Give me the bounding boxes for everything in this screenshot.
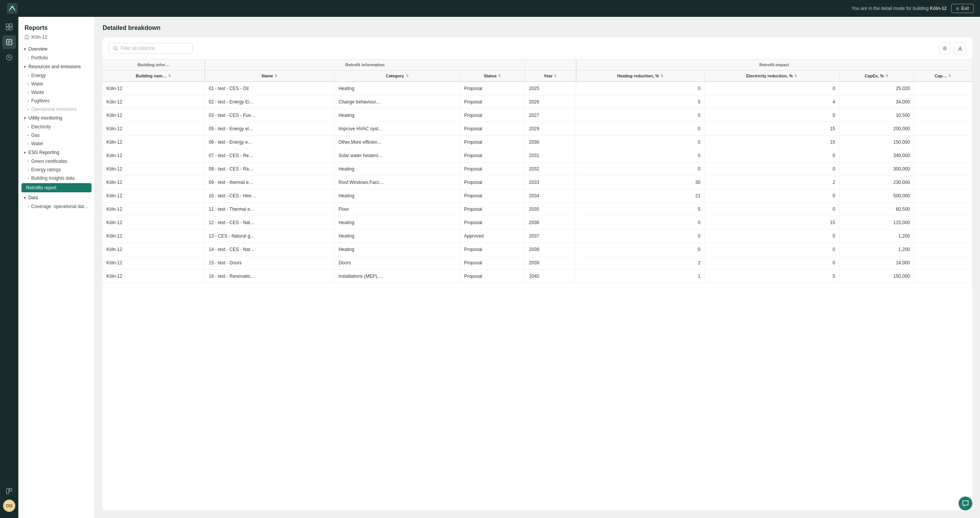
cell-name: 11 - test - Thermal e… xyxy=(205,203,335,216)
table-row[interactable]: Köln-12 02 - test - Energy Ei… Change be… xyxy=(103,95,972,109)
col-cap[interactable]: Cap… ⇅ xyxy=(914,70,972,82)
svg-point-14 xyxy=(114,46,117,50)
cell-year: 2031 xyxy=(525,149,576,162)
col-group-retrofit-info: Retrofit information xyxy=(205,59,525,70)
search-box[interactable]: Filter all columns xyxy=(109,43,193,54)
nav-section-utility[interactable]: ▼ Utility monitoring xyxy=(18,113,95,123)
retrofits-table: Building infor… Retrofit information Ret… xyxy=(103,59,972,283)
toolbar-icons xyxy=(939,42,966,54)
sidebar-icon-panel[interactable] xyxy=(2,484,16,498)
nav-item-retrofits-report[interactable]: Retrofits report xyxy=(21,183,91,192)
sort-icon: ⇅ xyxy=(794,74,797,78)
settings-icon-button[interactable] xyxy=(939,42,951,54)
table-row[interactable]: Köln-12 09 - test - thermal e… Roof,Wind… xyxy=(103,176,972,189)
table-row[interactable]: Köln-12 01 - test - CES - Oil Heating Pr… xyxy=(103,82,972,95)
nav-item-coverage[interactable]: Coverage: operational dat… xyxy=(18,202,95,211)
nav-item-waste[interactable]: Waste xyxy=(18,88,95,97)
nav-section-esg[interactable]: ▼ ESG Reporting xyxy=(18,148,95,157)
nav-section-resources[interactable]: ▼ Resources and emissions xyxy=(18,62,95,71)
table-row[interactable]: Köln-12 15 - test - Doors Doors Proposal… xyxy=(103,256,972,270)
svg-point-16 xyxy=(944,48,946,49)
cell-building: Köln-12 xyxy=(103,203,205,216)
table-row[interactable]: Köln-12 11 - test - Thermal e… Floor Pro… xyxy=(103,203,972,216)
table-row[interactable]: Köln-12 06 - test - Energy e… Other,More… xyxy=(103,136,972,149)
nav-item-green-certificates[interactable]: Green certificates xyxy=(18,157,95,166)
sidebar-icon-dashboard[interactable] xyxy=(2,51,16,64)
cell-heating: 0 xyxy=(576,122,704,136)
table-row[interactable]: Köln-12 03 - test - CES - Fue… Heating P… xyxy=(103,109,972,122)
col-capex[interactable]: CapEx, % ⇅ xyxy=(839,70,914,82)
cell-year: 2037 xyxy=(525,229,576,243)
exit-button[interactable]: ⎋ Exit xyxy=(951,4,974,13)
nav-section-data[interactable]: ▼ Data xyxy=(18,193,95,202)
col-building-name[interactable]: Building nam… ⇅ xyxy=(103,70,205,82)
cell-cap xyxy=(914,229,972,243)
table-row[interactable]: Köln-12 05 - test - Energy el… Improve H… xyxy=(103,122,972,136)
download-icon-button[interactable] xyxy=(954,42,966,54)
cell-name: 02 - test - Energy Ei… xyxy=(205,95,335,109)
cell-cap xyxy=(914,270,972,283)
nav-section-overview[interactable]: ▼ Overview xyxy=(18,44,95,54)
col-status[interactable]: Status ⇅ xyxy=(460,70,525,82)
cell-name: 15 - test - Doors xyxy=(205,256,335,270)
cell-building: Köln-12 xyxy=(103,176,205,189)
cell-cap xyxy=(914,149,972,162)
cell-cap xyxy=(914,256,972,270)
table-row[interactable]: Köln-12 12 - test - CES - Nat… Heating P… xyxy=(103,216,972,229)
cell-cap xyxy=(914,95,972,109)
sidebar-icon-reports[interactable] xyxy=(2,35,16,49)
table-row[interactable]: Köln-12 10 - test - CES - Hee… Heating P… xyxy=(103,189,972,203)
nav-item-water-utility[interactable]: Water xyxy=(18,139,95,148)
cell-electricity: 0 xyxy=(704,149,839,162)
table-row[interactable]: Köln-12 16 - test - Renovatio… Installat… xyxy=(103,270,972,283)
nav-item-water[interactable]: Water xyxy=(18,80,95,88)
nav-item-portfolio[interactable]: Portfolio xyxy=(18,54,95,62)
cell-status: Proposal xyxy=(460,216,525,229)
icon-sidebar: OO xyxy=(0,17,18,518)
nav-item-fugitives[interactable]: Fugitives xyxy=(18,97,95,105)
user-avatar[interactable]: OO xyxy=(3,500,15,512)
cell-capex: 230,000 xyxy=(839,176,914,189)
cell-name: 13 - CES - Natural g… xyxy=(205,229,335,243)
nav-item-energy-ratings[interactable]: Energy ratings xyxy=(18,166,95,174)
cell-electricity: 0 xyxy=(704,109,839,122)
cell-heating: 0 xyxy=(576,109,704,122)
cell-category: Floor xyxy=(335,203,460,216)
cell-building: Köln-12 xyxy=(103,149,205,162)
table-row[interactable]: Köln-12 13 - CES - Natural g… Heating Ap… xyxy=(103,229,972,243)
table-row[interactable]: Köln-12 08 - test - CES - Ra… Heating Pr… xyxy=(103,162,972,176)
col-heating[interactable]: Heating reduction, % ⇅ xyxy=(576,70,704,82)
col-year[interactable]: Year ⇅ xyxy=(525,70,576,82)
col-category[interactable]: Category ⇅ xyxy=(335,70,460,82)
cell-capex: 34,000 xyxy=(839,95,914,109)
cell-building: Köln-12 xyxy=(103,109,205,122)
nav-item-building-insights[interactable]: Building insights data xyxy=(18,174,95,182)
col-electricity[interactable]: Electricity reduction, % ⇅ xyxy=(704,70,839,82)
sort-icon: ⇅ xyxy=(948,74,951,78)
cell-capex: 60,500 xyxy=(839,203,914,216)
nav-item-operational-emissions[interactable]: Operational emissions xyxy=(18,105,95,113)
sidebar-icon-grid[interactable] xyxy=(2,20,16,34)
svg-rect-4 xyxy=(10,27,12,30)
table-row[interactable]: Köln-12 14 - test - CES - Nat… Heating P… xyxy=(103,243,972,256)
cell-status: Proposal xyxy=(460,243,525,256)
nav-item-electricity[interactable]: Electricity xyxy=(18,123,95,131)
cell-electricity: 2 xyxy=(704,176,839,189)
cell-building: Köln-12 xyxy=(103,122,205,136)
cell-electricity: 0 xyxy=(704,189,839,203)
cell-category: Solar water heaters… xyxy=(335,149,460,162)
cell-name: 06 - test - Energy e… xyxy=(205,136,335,149)
building-icon xyxy=(24,35,29,39)
table-row[interactable]: Köln-12 07 - test - CES - Re… Solar wate… xyxy=(103,149,972,162)
cell-electricity: 0 xyxy=(704,82,839,95)
chat-bubble[interactable] xyxy=(959,497,972,510)
cell-heating: 21 xyxy=(576,189,704,203)
col-name[interactable]: Name ⇅ xyxy=(205,70,335,82)
cell-heating: 5 xyxy=(576,203,704,216)
cell-electricity: 0 xyxy=(704,203,839,216)
nav-item-energy[interactable]: Energy xyxy=(18,71,95,80)
sort-icon: ⇅ xyxy=(168,74,171,78)
nav-item-gas[interactable]: Gas xyxy=(18,131,95,139)
cell-cap xyxy=(914,162,972,176)
svg-rect-2 xyxy=(10,24,12,26)
